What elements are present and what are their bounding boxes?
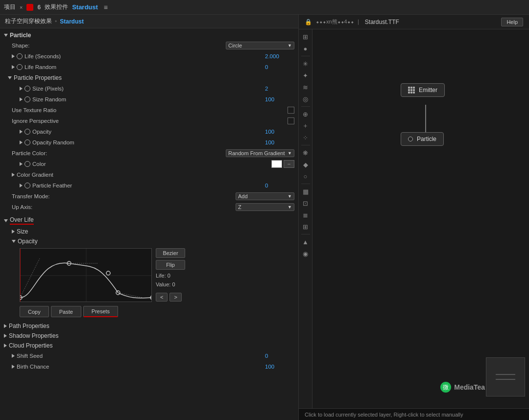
toolbar-circle2-btn[interactable]: ○ (300, 171, 311, 182)
node-canvas[interactable]: Emitter Particle 微 MediaTea (313, 29, 529, 408)
opacity-random-value[interactable]: 100 (265, 140, 294, 145)
cloud-props-label: Cloud Properties (9, 342, 52, 349)
particle-feather-row: Particle Feather 0 (0, 180, 298, 191)
toolbar-target-btn[interactable]: ◎ (300, 93, 311, 104)
toolbar-lines-btn[interactable]: ≣ (300, 210, 311, 220)
toolbar-sparkle-btn[interactable]: ✦ (300, 70, 311, 81)
emitter-node[interactable]: Emitter (401, 83, 445, 97)
color-swatch[interactable] (271, 160, 282, 168)
life-random-cycle-icon (17, 64, 23, 70)
toolbar-add-btn[interactable]: ＋ (300, 120, 311, 131)
expand-icon (12, 365, 15, 369)
color-gradient-row[interactable]: Color Gradient (0, 169, 298, 180)
up-axis-dropdown[interactable]: Z ▼ (236, 203, 294, 211)
help-button[interactable]: Help (501, 18, 523, 26)
toolbar-hash-btn[interactable]: ▦ (300, 186, 311, 197)
use-texture-checkbox[interactable] (288, 107, 294, 114)
paste-button[interactable]: Paste (51, 306, 81, 317)
toolbar-circle-btn[interactable]: ● (300, 43, 311, 54)
panel-plugin: Stardust (60, 18, 84, 25)
toolbar-dots-btn[interactable]: ⁘ (300, 132, 311, 143)
path-props-header[interactable]: Path Properties (0, 321, 298, 331)
ignore-persp-checkbox[interactable] (288, 117, 294, 124)
expand-icon (20, 162, 23, 166)
toolbar-arrow-btn[interactable]: ▲ (300, 236, 311, 247)
presets-button[interactable]: Presets (83, 306, 118, 317)
over-life-header[interactable]: Over Life (0, 214, 298, 227)
right-toolbar: ⊞ ● ✳ ✦ ≋ ◎ ⊕ ＋ ⁘ ❋ ◆ ○ ▦ ⊡ ≣ ⊞ (299, 29, 313, 408)
shape-value: Circle (228, 43, 242, 48)
over-life-label: Over Life (10, 216, 34, 225)
close-tab-btn[interactable]: × (20, 4, 23, 10)
toolbar-wave-btn[interactable]: ≋ (300, 82, 311, 93)
cloud-props-header[interactable]: Cloud Properties (0, 341, 298, 350)
size-sub-header[interactable]: Size (8, 227, 298, 236)
opacity-value[interactable]: 100 (265, 129, 294, 135)
particle-section-header[interactable]: Particle (0, 30, 298, 40)
toolbar-table-btn[interactable]: ⊞ (300, 221, 311, 232)
right-top-bar: 🔒 ⬥⬥⬥xn熊⬥⬥4⬥⬥ ｜ Stardust.TTF Help (299, 15, 529, 29)
panel-dot: • (55, 18, 57, 25)
curve-next-button[interactable]: > (169, 293, 181, 302)
dropdown-arrow4: ▼ (288, 205, 292, 210)
toolbar-diamond-btn[interactable]: ◆ (300, 159, 311, 170)
particle-color-dropdown[interactable]: Random From Gradient ▼ (226, 149, 294, 157)
curve-prev-button[interactable]: < (156, 293, 168, 302)
color-row: Color ↔ (0, 159, 298, 169)
flip-button[interactable]: Flip (156, 260, 185, 270)
toolbar-plus-grid-btn[interactable]: ⊕ (300, 109, 311, 119)
life-row: Life (Seconds) 2.000 (0, 51, 298, 62)
over-life-text: Over Life (10, 216, 34, 225)
size-random-cycle-icon (24, 96, 30, 102)
toolbar-square-btn[interactable]: ⊡ (300, 198, 311, 209)
opacity-sub-label: Opacity (18, 238, 38, 245)
curve-container: Bezier Flip Life: 0 Value: 0 < > (20, 248, 294, 302)
particle-node-label: Particle (417, 136, 436, 142)
curve-nav: < > (156, 293, 185, 302)
expand-icon (20, 87, 23, 91)
life-random-value[interactable]: 0 (265, 64, 294, 70)
particle-node[interactable]: Particle (401, 132, 444, 146)
opacity-cycle-icon (24, 129, 30, 135)
opacity-label: Opacity (24, 129, 263, 135)
toolbar-grid-btn[interactable]: ⊞ (300, 31, 311, 42)
particle-feather-label: Particle Feather (24, 183, 263, 188)
size-sub-label: Size (17, 228, 28, 235)
opacity-sub-header[interactable]: Opacity (8, 236, 298, 246)
dropdown-arrow: ▼ (288, 43, 292, 48)
size-label: Size (Pixels) (24, 86, 263, 92)
birth-chance-label: Birth Chance (17, 364, 263, 370)
particle-color-row: Particle Color: Random From Gradient ▼ (0, 148, 298, 159)
bezier-button[interactable]: Bezier (156, 248, 185, 258)
particle-props-header[interactable]: Particle Properties (0, 72, 298, 83)
toolbar-separator5 (301, 234, 310, 234)
shift-seed-value[interactable]: 0 (265, 353, 294, 359)
copy-button[interactable]: Copy (20, 306, 49, 317)
particle-feather-value[interactable]: 0 (265, 183, 294, 188)
feather-cycle-icon (24, 183, 30, 188)
shape-dropdown[interactable]: Circle ▼ (226, 42, 294, 49)
transfer-mode-dropdown[interactable]: Add ▼ (236, 192, 294, 200)
toolbar-star-btn[interactable]: ✳ (300, 58, 311, 69)
toolbar-ring-btn[interactable]: ◉ (300, 248, 311, 259)
toolbar-separator2 (301, 106, 310, 107)
birth-chance-value[interactable]: 100 (265, 364, 294, 370)
size-random-label: Size Random (24, 96, 263, 102)
expand-icon (20, 97, 23, 101)
status-text: Click to load currently selected layer, … (305, 412, 463, 418)
opacity-row: Opacity 100 (0, 126, 298, 137)
size-random-value[interactable]: 100 (265, 96, 294, 102)
size-value[interactable]: 2 (265, 86, 294, 92)
life-value[interactable]: 2.000 (265, 53, 294, 59)
shift-seed-label: Shift Seed (17, 353, 263, 359)
color-link-icon[interactable]: ↔ (284, 160, 294, 168)
shadow-props-header[interactable]: Shadow Properties (0, 331, 298, 341)
size-cycle-icon (24, 86, 30, 92)
menu-icon[interactable]: ≡ (104, 3, 108, 11)
curve-canvas[interactable] (20, 248, 152, 302)
over-life-section: Over Life Size Opacity (0, 212, 298, 321)
preview-line-2 (496, 379, 515, 380)
toolbar-snowflake-btn[interactable]: ❋ (300, 147, 311, 158)
path-props-label: Path Properties (9, 323, 49, 329)
mini-preview (486, 357, 525, 397)
